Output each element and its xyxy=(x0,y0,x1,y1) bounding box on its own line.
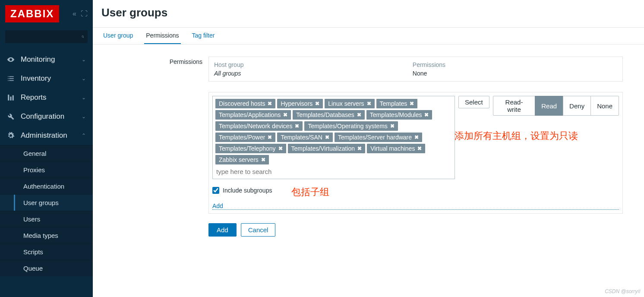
tag-label: Templates/Databases xyxy=(296,111,354,118)
sidebar: ZABBIX « ⛶ Monitoring⌄Inventory⌄Reports⌄… xyxy=(0,0,93,297)
chevron-down-icon: ⌄ xyxy=(82,114,86,120)
remove-tag-icon[interactable]: ✖ xyxy=(410,101,414,107)
tag-label: Templates/Power xyxy=(219,134,265,141)
nav-label: Inventory xyxy=(21,74,51,83)
nav-item-configuration[interactable]: Configuration⌄ xyxy=(0,107,93,126)
tag-label: Templates xyxy=(380,100,407,107)
remove-tag-icon[interactable]: ✖ xyxy=(268,134,272,140)
remove-tag-icon[interactable]: ✖ xyxy=(357,112,361,118)
sidebar-item-proxies[interactable]: Proxies xyxy=(0,161,93,178)
hostgroup-tag[interactable]: Linux servers ✖ xyxy=(325,99,374,108)
nav-item-reports[interactable]: Reports⌄ xyxy=(0,88,93,107)
add-button[interactable]: Add xyxy=(208,223,237,237)
tag-label: Templates/Network devices xyxy=(219,123,292,130)
tab-permissions[interactable]: Permissions xyxy=(144,28,180,44)
hostgroup-tag[interactable]: Templates/Databases ✖ xyxy=(293,110,365,120)
hostgroup-tag[interactable]: Templates ✖ xyxy=(376,99,418,108)
hostgroup-tag[interactable]: Zabbix servers ✖ xyxy=(215,155,269,164)
hostgroup-tag[interactable]: Templates/Virtualization ✖ xyxy=(288,144,366,153)
fullscreen-icon[interactable]: ⛶ xyxy=(81,10,88,18)
search-box[interactable] xyxy=(5,30,88,43)
tag-label: Discovered hosts xyxy=(219,100,265,107)
tag-label: Templates/SAN xyxy=(281,134,322,141)
tag-label: Hypervisors xyxy=(281,100,313,107)
hostgroup-multiselect[interactable]: Discovered hosts ✖Hypervisors ✖Linux ser… xyxy=(212,96,455,179)
remove-tag-icon[interactable]: ✖ xyxy=(417,145,422,152)
cancel-button[interactable]: Cancel xyxy=(241,223,276,237)
sidebar-item-user-groups[interactable]: User groups xyxy=(0,194,93,211)
hostgroup-search-input[interactable] xyxy=(215,165,453,179)
col-permissions: Permissions xyxy=(407,57,622,69)
hostgroup-tag[interactable]: Templates/Server hardware ✖ xyxy=(335,133,422,142)
nav-label: Monitoring xyxy=(21,55,55,64)
hostgroup-tag[interactable]: Templates/Network devices ✖ xyxy=(215,121,303,131)
select-button[interactable]: Select xyxy=(458,96,489,108)
remove-tag-icon[interactable]: ✖ xyxy=(357,145,362,152)
remove-tag-icon[interactable]: ✖ xyxy=(268,101,272,107)
remove-tag-icon[interactable]: ✖ xyxy=(295,123,299,129)
sidebar-item-queue[interactable]: Queue xyxy=(0,260,93,276)
tag-label: Templates/Virtualization xyxy=(291,145,355,152)
tag-label: Templates/Applications xyxy=(219,111,281,118)
remove-tag-icon[interactable]: ✖ xyxy=(367,101,371,107)
hostgroup-tag[interactable]: Templates/Telephony ✖ xyxy=(215,144,286,153)
chevron-up-icon: ⌃ xyxy=(82,133,86,139)
watermark: CSDN @sorry# xyxy=(605,288,641,294)
tag-label: Zabbix servers xyxy=(219,156,259,163)
sidebar-item-media-types[interactable]: Media types xyxy=(0,227,93,243)
nav-label: Administration xyxy=(21,131,67,140)
sidebar-item-general[interactable]: General xyxy=(0,145,93,161)
tab-user-group[interactable]: User group xyxy=(101,28,135,44)
cell-hostgroup: All groups xyxy=(209,69,407,81)
tag-label: Templates/Modules xyxy=(370,111,422,118)
hostgroup-tag[interactable]: Templates/Applications ✖ xyxy=(215,110,291,120)
chevron-down-icon: ⌄ xyxy=(82,95,86,101)
add-link[interactable]: Add xyxy=(212,202,619,210)
collapse-icon[interactable]: « xyxy=(73,10,76,18)
tabs-bar: User groupPermissionsTag filter xyxy=(93,27,644,44)
tab-tag-filter[interactable]: Tag filter xyxy=(190,28,217,44)
include-subgroups-checkbox[interactable] xyxy=(212,187,219,194)
tag-label: Templates/Operating systems xyxy=(308,123,387,130)
permission-button-group: Read-writeReadDenyNone xyxy=(493,96,619,116)
tag-label: Templates/Telephony xyxy=(219,145,276,152)
hostgroup-tag[interactable]: Templates/Power ✖ xyxy=(215,133,275,142)
hostgroup-tag[interactable]: Templates/Operating systems ✖ xyxy=(304,121,398,131)
nav-item-monitoring[interactable]: Monitoring⌄ xyxy=(0,50,93,69)
cell-permissions: None xyxy=(407,69,622,81)
chevron-down-icon: ⌄ xyxy=(82,57,86,63)
remove-tag-icon[interactable]: ✖ xyxy=(261,157,265,163)
sidebar-item-scripts[interactable]: Scripts xyxy=(0,243,93,260)
remove-tag-icon[interactable]: ✖ xyxy=(283,112,287,118)
remove-tag-icon[interactable]: ✖ xyxy=(390,123,395,129)
hostgroup-tag[interactable]: Hypervisors ✖ xyxy=(277,99,323,108)
hostgroup-permission-editor: Discovered hosts ✖Hypervisors ✖Linux ser… xyxy=(208,92,623,214)
main-content: User groups User groupPermissionsTag fil… xyxy=(93,0,644,297)
tag-label: Templates/Server hardware xyxy=(338,134,412,141)
sidebar-item-users[interactable]: Users xyxy=(0,211,93,227)
hostgroup-tag[interactable]: Virtual machines ✖ xyxy=(367,144,425,153)
remove-tag-icon[interactable]: ✖ xyxy=(278,145,283,152)
remove-tag-icon[interactable]: ✖ xyxy=(414,134,419,140)
chevron-down-icon: ⌄ xyxy=(82,76,86,82)
search-input[interactable] xyxy=(9,34,82,40)
perm-read-button[interactable]: Read xyxy=(535,96,563,116)
sidebar-item-authentication[interactable]: Authentication xyxy=(0,178,93,194)
nav-item-administration[interactable]: Administration⌃ xyxy=(0,126,93,145)
nav-item-inventory[interactable]: Inventory⌄ xyxy=(0,69,93,88)
tag-label: Virtual machines xyxy=(370,145,415,152)
hostgroup-tag[interactable]: Discovered hosts ✖ xyxy=(215,99,275,108)
remove-tag-icon[interactable]: ✖ xyxy=(325,134,329,140)
remove-tag-icon[interactable]: ✖ xyxy=(424,112,429,118)
hostgroup-tag[interactable]: Templates/Modules ✖ xyxy=(366,110,432,120)
sidebar-header: ZABBIX « ⛶ xyxy=(0,0,93,27)
page-title: User groups xyxy=(93,0,644,27)
hostgroup-tag[interactable]: Templates/SAN ✖ xyxy=(277,133,332,142)
remove-tag-icon[interactable]: ✖ xyxy=(315,101,319,107)
logo: ZABBIX xyxy=(5,5,59,22)
tag-label: Linux servers xyxy=(328,100,364,107)
col-hostgroup: Host group xyxy=(209,57,407,69)
perm-none-button[interactable]: None xyxy=(590,96,619,116)
perm-deny-button[interactable]: Deny xyxy=(563,96,591,116)
perm-readwrite-button[interactable]: Read-write xyxy=(493,96,536,116)
